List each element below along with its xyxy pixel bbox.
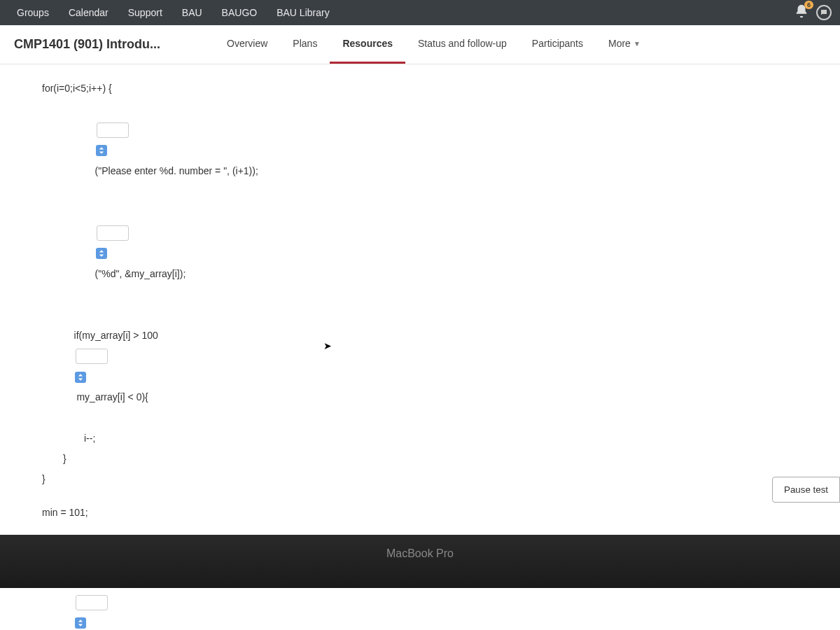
- nav-support[interactable]: Support: [120, 1, 171, 24]
- laptop-brand-label: MacBook Pro: [0, 535, 840, 588]
- code-line: i--;: [42, 428, 798, 449]
- code-line: }: [42, 469, 798, 489]
- tab-plans[interactable]: Plans: [280, 25, 330, 64]
- tab-resources[interactable]: Resources: [330, 25, 405, 64]
- stepper-icon[interactable]: [75, 372, 86, 383]
- nav-bau-library[interactable]: BAU Library: [268, 1, 337, 24]
- speech-bubble-icon: [820, 8, 828, 17]
- top-nav-right: 6: [794, 4, 832, 22]
- top-nav: Groups Calendar Support BAU BAUGO BAU Li…: [0, 0, 840, 25]
- nav-calendar[interactable]: Calendar: [60, 1, 117, 24]
- caret-down-icon: ▼: [634, 40, 640, 48]
- nav-bau[interactable]: BAU: [174, 1, 211, 24]
- blank-input-4[interactable]: [76, 595, 108, 610]
- course-title: CMP1401 (901) Introdu...: [14, 37, 210, 52]
- course-header: CMP1401 (901) Introdu... Overview Plans …: [0, 25, 840, 64]
- nav-groups[interactable]: Groups: [8, 1, 57, 24]
- pause-test-button[interactable]: Pause test: [772, 477, 840, 503]
- tab-overview[interactable]: Overview: [214, 25, 280, 64]
- code-line: ("Please enter %d. number = ", (i+1));: [42, 99, 798, 202]
- code-line: if(my_array[i] > 100 my_array[i] < 0){: [42, 304, 798, 428]
- course-tabs: Overview Plans Resources Status and foll…: [214, 25, 653, 64]
- stepper-icon[interactable]: [96, 248, 107, 259]
- code-text: ("%d", &my_array[i]);: [95, 268, 186, 279]
- blank-input-2[interactable]: [97, 225, 129, 241]
- code-line: }: [42, 449, 798, 469]
- blank-input-3[interactable]: [76, 349, 108, 364]
- cursor-icon: ➤: [323, 340, 332, 351]
- stepper-icon[interactable]: [96, 145, 107, 156]
- tab-more[interactable]: More ▼: [596, 25, 653, 64]
- code-text: my_array[i] < 0){: [74, 391, 148, 402]
- code-line: min = 101;: [42, 503, 798, 523]
- nav-baugo[interactable]: BAUGO: [214, 1, 266, 24]
- code-line: for(i=0;i<5;i++) {: [42, 78, 798, 99]
- code-text: ("Please enter %d. number = ", (i+1));: [95, 165, 258, 176]
- notifications-button[interactable]: 6: [794, 4, 809, 22]
- tab-more-label: More: [608, 38, 631, 49]
- tab-status[interactable]: Status and follow-up: [405, 25, 519, 64]
- stepper-icon[interactable]: [75, 617, 86, 629]
- chat-button[interactable]: [816, 5, 832, 20]
- code-line: ("%d", &my_array[i]);: [42, 202, 798, 304]
- notification-badge: 6: [804, 1, 813, 9]
- top-nav-left: Groups Calendar Support BAU BAUGO BAU Li…: [8, 1, 338, 24]
- blank-input-1[interactable]: [97, 122, 129, 138]
- code-text: if(my_array[i] > 100: [74, 330, 158, 341]
- tab-participants[interactable]: Participants: [519, 25, 596, 64]
